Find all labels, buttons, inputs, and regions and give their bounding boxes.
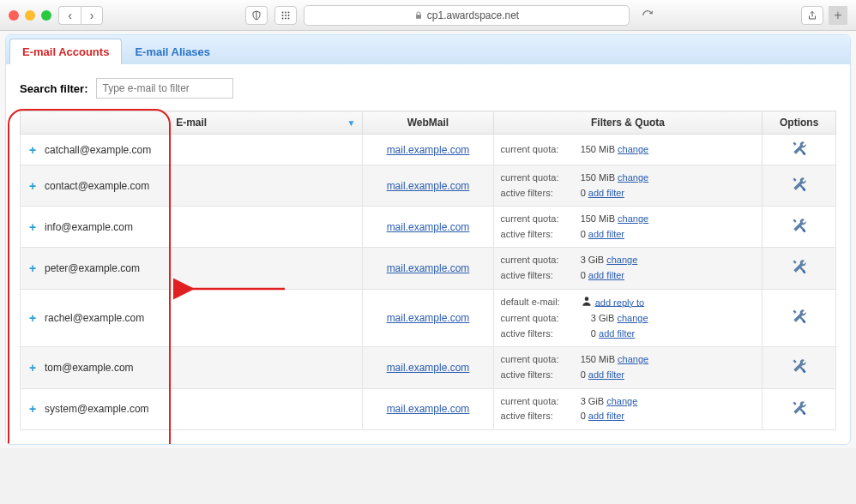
table-row: +tom@example.commail.example.comcurrent … — [21, 347, 836, 388]
col-email[interactable]: E-mail ▼ — [21, 111, 363, 135]
expand-row-icon[interactable]: + — [27, 313, 38, 323]
change-quota-link[interactable]: change — [606, 255, 637, 265]
person-icon — [581, 295, 593, 312]
current-quota-label: current quota: — [501, 212, 578, 227]
email-address: catchall@example.com — [45, 144, 151, 156]
search-label: Search filter: — [20, 82, 87, 95]
tab-email-aliases[interactable]: E-mail Aliases — [122, 39, 223, 64]
reload-button[interactable] — [636, 6, 659, 25]
table-row: +contact@example.commail.example.comcurr… — [21, 165, 836, 207]
expand-row-icon[interactable]: + — [27, 363, 38, 373]
add-filter-link[interactable]: add filter — [599, 328, 635, 339]
active-filters-label: active filters: — [501, 368, 578, 383]
tools-icon[interactable] — [791, 258, 808, 275]
active-filters-label: active filters: — [501, 409, 578, 424]
svg-point-2 — [288, 11, 290, 13]
tools-icon[interactable] — [791, 176, 808, 193]
expand-row-icon[interactable]: + — [27, 263, 38, 273]
email-address: info@example.com — [45, 221, 133, 233]
svg-point-0 — [282, 11, 284, 13]
lock-icon — [414, 11, 423, 20]
table-row: +system@example.commail.example.comcurre… — [21, 388, 836, 429]
quota-value: 3 GiB — [581, 396, 605, 406]
current-quota-label: current quota: — [501, 311, 578, 327]
add-filter-link[interactable]: add filter — [588, 229, 624, 239]
active-filters-label: active filters: — [501, 268, 578, 284]
filters-value: 0 — [581, 229, 586, 239]
tools-icon[interactable] — [791, 399, 808, 417]
webmail-link[interactable]: mail.example.com — [387, 312, 470, 324]
filters-value: 0 — [581, 188, 586, 198]
quota-value: 3 GiB — [581, 255, 605, 265]
webmail-link[interactable]: mail.example.com — [387, 144, 470, 156]
table-row: +peter@example.commail.example.comcurren… — [21, 248, 836, 289]
filters-value: 0 — [581, 369, 586, 380]
search-input[interactable] — [96, 78, 233, 99]
nav-forward-button[interactable]: › — [81, 6, 103, 25]
change-quota-link[interactable]: change — [618, 144, 648, 154]
table-row: +rachel@example.commail.example.comdefau… — [21, 289, 836, 347]
page-body: E-mail Accounts E-mail Aliases Search fi… — [0, 31, 856, 448]
minimize-window-icon[interactable] — [25, 10, 35, 21]
active-filters-label: active filters: — [501, 186, 578, 201]
add-reply-to-link[interactable]: add reply to — [595, 297, 644, 307]
quota-value: 150 MiB — [581, 172, 615, 183]
webmail-link[interactable]: mail.example.com — [387, 221, 470, 233]
col-options[interactable]: Options — [763, 111, 836, 135]
svg-point-3 — [282, 15, 284, 16]
expand-row-icon[interactable]: + — [27, 222, 38, 232]
panel-tabs: E-mail Accounts E-mail Aliases — [6, 35, 850, 64]
browser-titlebar: ‹ › cp1.awardspace.net + — [0, 0, 856, 31]
sort-arrow-down-icon: ▼ — [347, 118, 356, 128]
svg-point-6 — [282, 17, 284, 19]
email-address: peter@example.com — [45, 262, 140, 274]
current-quota-label: current quota: — [501, 394, 578, 410]
new-tab-button[interactable]: + — [829, 6, 847, 25]
shield-icon[interactable] — [245, 6, 268, 25]
quota-value: 150 MiB — [581, 144, 615, 154]
url-bar[interactable]: cp1.awardspace.net — [304, 5, 630, 26]
svg-point-1 — [285, 11, 286, 13]
expand-row-icon[interactable]: + — [27, 181, 38, 191]
quota-value: 150 MiB — [581, 213, 615, 224]
nav-back-button[interactable]: ‹ — [58, 6, 81, 25]
expand-row-icon[interactable]: + — [27, 404, 38, 414]
webmail-link[interactable]: mail.example.com — [387, 403, 470, 415]
expand-row-icon[interactable]: + — [27, 145, 38, 155]
table-row: +info@example.commail.example.comcurrent… — [21, 207, 836, 248]
svg-point-4 — [285, 15, 286, 16]
tab-email-accounts[interactable]: E-mail Accounts — [9, 39, 122, 64]
active-filters-label: active filters: — [501, 327, 578, 342]
tools-icon[interactable] — [791, 357, 808, 375]
svg-point-5 — [288, 15, 290, 16]
col-filters[interactable]: Filters & Quota — [493, 111, 763, 135]
change-quota-link[interactable]: change — [618, 354, 648, 364]
current-quota-label: current quota: — [501, 253, 578, 268]
change-quota-link[interactable]: change — [618, 213, 648, 224]
tools-icon[interactable] — [791, 140, 808, 157]
current-quota-label: current quota: — [501, 142, 578, 158]
change-quota-link[interactable]: change — [618, 172, 648, 183]
share-button[interactable] — [801, 6, 823, 25]
add-filter-link[interactable]: add filter — [588, 369, 624, 380]
search-row: Search filter: — [20, 78, 836, 99]
email-address: tom@example.com — [45, 362, 134, 374]
apps-grid-icon[interactable] — [274, 6, 297, 25]
tools-icon[interactable] — [791, 308, 808, 325]
webmail-link[interactable]: mail.example.com — [387, 180, 470, 192]
svg-point-8 — [288, 17, 290, 19]
table-row: +catchall@example.commail.example.comcur… — [21, 135, 836, 165]
tools-icon[interactable] — [791, 217, 808, 234]
change-quota-link[interactable]: change — [606, 396, 637, 406]
webmail-link[interactable]: mail.example.com — [387, 362, 470, 374]
add-filter-link[interactable]: add filter — [588, 270, 624, 280]
quota-value: 3 GiB — [591, 313, 615, 323]
add-filter-link[interactable]: add filter — [588, 188, 624, 198]
add-filter-link[interactable]: add filter — [588, 411, 624, 421]
zoom-window-icon[interactable] — [41, 10, 51, 21]
col-webmail[interactable]: WebMail — [363, 111, 493, 135]
change-quota-link[interactable]: change — [617, 313, 648, 323]
webmail-link[interactable]: mail.example.com — [387, 262, 470, 274]
window-controls — [9, 10, 51, 21]
close-window-icon[interactable] — [9, 10, 19, 21]
